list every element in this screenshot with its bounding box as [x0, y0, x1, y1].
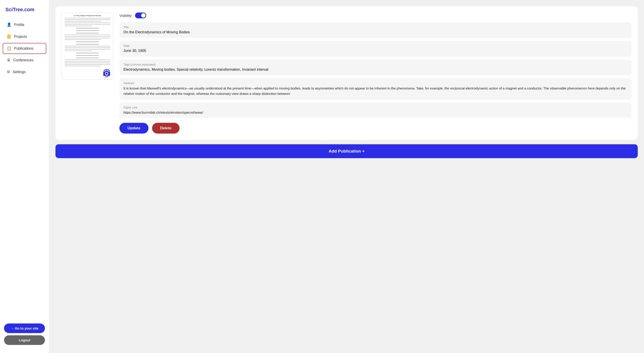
toggle-slider [135, 13, 146, 18]
paper-line [64, 46, 110, 46]
publication-card: § 7. Theory of Doppler's Principle and o… [56, 6, 638, 140]
title-field-group: Title On the Electrodynamics of Moving B… [120, 22, 632, 38]
paper-link-label: Paper Link [124, 106, 628, 109]
sidebar-item-label-conferences: Conferences [13, 58, 34, 62]
paper-line [64, 48, 110, 48]
paper-line [64, 51, 92, 51]
visibility-toggle[interactable] [135, 13, 146, 18]
logout-button[interactable]: Logout [4, 335, 45, 345]
title-label: Title [124, 26, 628, 29]
sidebar-item-publications[interactable]: 📋 Publications [3, 43, 46, 54]
paper-line [64, 36, 110, 37]
sidebar: SciTree.com 👤 Profile 📒 Projects 📋 Publi… [0, 0, 49, 353]
abstract-value[interactable]: It is known that Maxwell's electrodynami… [124, 86, 628, 96]
abstract-field-group: Abstract It is known that Maxwell's elec… [120, 78, 632, 100]
paper-line [64, 61, 110, 62]
sidebar-item-label-profile: Profile [14, 23, 24, 27]
sidebar-item-label-settings: Settings [13, 70, 26, 74]
paper-line [76, 58, 99, 58]
paper-line [76, 55, 99, 56]
date-label: Date [124, 44, 628, 48]
paper-line [64, 39, 101, 40]
add-publication-bar[interactable]: Add Publication + [56, 144, 638, 158]
sidebar-item-projects[interactable]: 📒 Projects [3, 31, 46, 42]
paper-line [64, 24, 110, 25]
visibility-row: Visibility: [120, 13, 632, 18]
paper-line [64, 21, 101, 22]
date-field-group: Date June 30, 1905 [120, 41, 632, 56]
paper-line [76, 33, 99, 33]
date-value[interactable]: June 30, 1905 [124, 48, 628, 53]
sidebar-nav: 👤 Profile 📒 Projects 📋 Publications 🖥 Co… [0, 19, 49, 320]
update-button[interactable]: Update [120, 123, 148, 134]
paper-line [64, 35, 110, 35]
paper-line [76, 31, 99, 31]
paper-link-value[interactable]: https://www.fourmilab.ch/etexts/einstein… [124, 110, 628, 115]
paper-line [64, 23, 110, 23]
settings-icon: ⚙ [7, 70, 10, 74]
brand-logo: SciTree.com [0, 5, 49, 19]
paper-line [64, 18, 110, 18]
publications-icon: 📋 [7, 46, 12, 51]
paper-preview-title: § 7. Theory of Doppler's Principle and o… [64, 15, 110, 16]
tags-value[interactable]: Electrodynamics, Moving bodies, Special … [124, 67, 628, 72]
sidebar-bottom: → Go to your site Logout [0, 320, 49, 348]
visibility-label: Visibility: [120, 14, 132, 18]
abstract-label: Abstract [124, 81, 628, 85]
paper-line [64, 66, 101, 66]
sidebar-item-label-publications: Publications [14, 47, 33, 51]
sidebar-item-settings[interactable]: ⚙ Settings [3, 67, 46, 77]
profile-icon: 👤 [7, 22, 12, 27]
main-content: § 7. Theory of Doppler's Principle and o… [49, 0, 644, 353]
paper-line [76, 42, 99, 42]
paper-line [64, 20, 110, 20]
upload-image-button[interactable] [103, 69, 111, 77]
paper-line [76, 28, 99, 29]
paper-line [64, 60, 110, 60]
tags-field-group: Tags (comma separated) Electrodynamics, … [120, 60, 632, 75]
add-publication-label: Add Publication + [329, 149, 365, 154]
paper-link-field-group: Paper Link https://www.fourmilab.ch/etex… [120, 103, 632, 118]
delete-button[interactable]: Delete [152, 123, 180, 134]
sidebar-item-conferences[interactable]: 🖥 Conferences [3, 55, 46, 66]
sidebar-item-profile[interactable]: 👤 Profile [3, 19, 46, 30]
paper-line [64, 38, 110, 38]
title-value[interactable]: On the Electrodynamics of Moving Bodies [124, 30, 628, 35]
paper-line [64, 49, 110, 50]
svg-point-0 [105, 72, 108, 75]
action-row: Update Delete [120, 123, 632, 134]
paper-line [76, 53, 99, 53]
paper-line [64, 26, 92, 26]
paper-line [64, 64, 110, 65]
go-to-site-button[interactable]: → Go to your site [4, 323, 45, 333]
tags-label: Tags (comma separated) [124, 63, 628, 66]
paper-line [76, 44, 99, 45]
publication-form: Visibility: Title On the Electrodynamics… [120, 13, 632, 134]
sidebar-item-label-projects: Projects [14, 35, 27, 39]
camera-icon [103, 69, 111, 77]
projects-icon: 📒 [7, 34, 12, 39]
conferences-icon: 🖥 [7, 58, 10, 62]
publication-thumbnail: § 7. Theory of Doppler's Principle and o… [62, 13, 113, 80]
paper-line [64, 63, 110, 63]
